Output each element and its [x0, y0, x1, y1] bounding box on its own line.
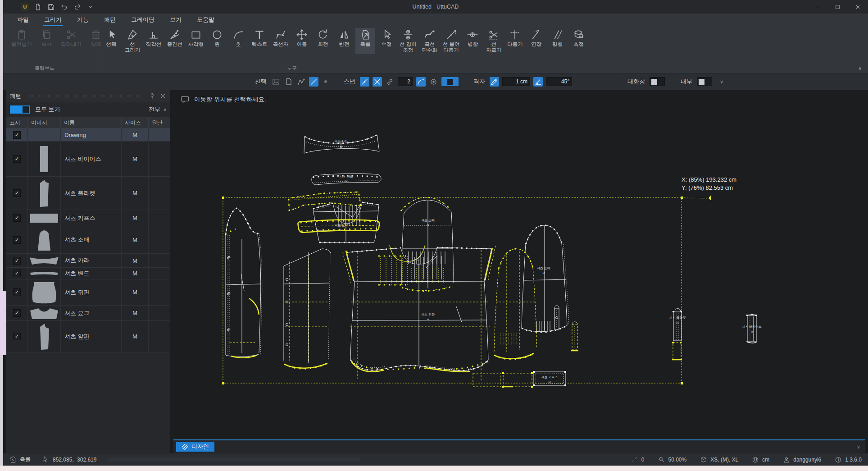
- snap-center-icon[interactable]: [429, 77, 438, 87]
- tool-cut-line[interactable]: 선 자르기: [484, 28, 504, 54]
- piece-band[interactable]: 셔츠 밴드 M: [312, 174, 381, 185]
- table-row-drawing[interactable]: Drawing M: [6, 128, 170, 142]
- tool-rectangle[interactable]: 사각형: [186, 28, 206, 54]
- tool-extend[interactable]: 연장: [526, 28, 546, 54]
- piece-collar[interactable]: 셔츠 카라 M: [304, 135, 379, 153]
- tool-attach-trim[interactable]: 선 붙여 다듬기: [441, 28, 462, 54]
- tool-mirror[interactable]: 반전: [334, 28, 354, 54]
- pin-icon[interactable]: [149, 92, 156, 100]
- table-row-sleeve[interactable]: 셔츠 소매 M: [6, 226, 170, 254]
- filter-dropdown[interactable]: 전부 ∨: [149, 105, 167, 114]
- col-visibility[interactable]: 표시: [6, 117, 28, 128]
- piece-front-selected[interactable]: [284, 249, 331, 369]
- tool-arc[interactable]: 호: [228, 28, 248, 54]
- menu-file[interactable]: 파일: [9, 14, 36, 26]
- copy-button[interactable]: 복사: [36, 28, 56, 48]
- status-zoom[interactable]: 50.00%: [658, 456, 687, 463]
- visibility-checkbox[interactable]: [13, 270, 21, 277]
- status-user[interactable]: danggunyi6: [783, 456, 821, 463]
- piece-yoke[interactable]: [313, 202, 379, 242]
- menu-help[interactable]: 도움말: [189, 14, 222, 26]
- panel-close-icon[interactable]: [159, 92, 167, 100]
- tool-select[interactable]: 선택: [101, 28, 121, 54]
- visibility-checkbox[interactable]: [13, 333, 21, 340]
- redo-icon[interactable]: [73, 3, 81, 11]
- drawing-canvas[interactable]: 이동할 위치를 선택하세요. X: (85%) 193.232 cm Y: (7…: [173, 90, 865, 439]
- tool-move[interactable]: 이동: [292, 28, 312, 54]
- piece-back-panel[interactable]: 셔츠 뒤판 M: [343, 245, 495, 381]
- table-row-band[interactable]: 셔츠 밴드 M: [6, 268, 170, 279]
- snap-line-icon[interactable]: [360, 77, 369, 87]
- line-select-icon[interactable]: [309, 77, 318, 87]
- snap-intersection-icon[interactable]: [373, 77, 382, 87]
- polyline-select-icon[interactable]: [296, 77, 306, 87]
- piece-sleeve-placket[interactable]: [571, 322, 578, 351]
- pattern-drawing[interactable]: 셔츠 카라 M 셔츠 밴드 M: [173, 90, 865, 439]
- tool-line-length[interactable]: 선 길이 조정: [398, 28, 418, 54]
- undo-icon[interactable]: [60, 3, 68, 11]
- grid-angle-icon[interactable]: [533, 77, 543, 87]
- status-sizes[interactable]: XS, (M), XL: [700, 456, 738, 463]
- tool-measure[interactable]: 측정: [568, 28, 588, 54]
- piece-front-panel[interactable]: [225, 208, 262, 358]
- menu-view[interactable]: 보기: [162, 14, 189, 26]
- maximize-button[interactable]: [827, 0, 848, 14]
- piece-select-icon[interactable]: [284, 77, 293, 87]
- tool-circle[interactable]: 원: [207, 28, 227, 54]
- table-row-bias[interactable]: 셔츠 바이어스 M: [6, 142, 170, 177]
- visibility-checkbox[interactable]: [13, 214, 21, 222]
- tool-draw-line[interactable]: 선 그리기: [123, 28, 142, 54]
- menu-function[interactable]: 기능: [69, 14, 96, 26]
- piece-yoke-selected[interactable]: [289, 192, 361, 211]
- status-unit[interactable]: cm: [752, 456, 769, 463]
- col-size[interactable]: 사이즈: [122, 117, 149, 128]
- dialog-checkbox[interactable]: [650, 77, 665, 86]
- table-row-placket[interactable]: 셔츠 플라켓 M: [6, 177, 170, 210]
- col-image[interactable]: 이미지: [28, 117, 61, 128]
- qat-dropdown-icon[interactable]: [86, 3, 94, 11]
- paste-button[interactable]: 붙여넣기: [9, 28, 34, 48]
- piece-bias[interactable]: 셔츠 바이어스 M: [742, 314, 762, 343]
- grid-size-input[interactable]: 1 cm: [502, 77, 530, 86]
- tab-design[interactable]: 디자인: [176, 442, 214, 452]
- grid-angle-input[interactable]: 45°: [546, 77, 572, 86]
- table-row-front[interactable]: 셔츠 앞판 M: [6, 321, 170, 352]
- visibility-checkbox[interactable]: [13, 189, 21, 197]
- tabstrip-chevron-icon[interactable]: ∨: [857, 444, 860, 450]
- tool-rotate[interactable]: 회전: [313, 28, 333, 54]
- visibility-checkbox[interactable]: [13, 131, 21, 139]
- table-row-collar[interactable]: 셔츠 카라 M: [6, 254, 170, 268]
- tool-scale[interactable]: 축률: [355, 28, 375, 54]
- tool-curve-ruler[interactable]: 곡선자: [271, 28, 291, 54]
- piece-cuff[interactable]: 셔츠 커프스 M: [533, 371, 566, 386]
- snap-curve-icon[interactable]: [416, 77, 426, 87]
- visibility-checkbox[interactable]: [13, 309, 21, 317]
- menu-grading[interactable]: 그레이딩: [123, 14, 162, 26]
- tool-parallel[interactable]: 평행: [547, 28, 567, 54]
- show-all-toggle[interactable]: [10, 105, 30, 114]
- close-button[interactable]: [848, 0, 868, 14]
- status-line-count[interactable]: 0: [631, 456, 645, 463]
- save-icon[interactable]: [47, 3, 55, 11]
- snap-count-input[interactable]: 2: [398, 77, 413, 86]
- table-row-cuff[interactable]: 셔츠 커프스 M: [6, 210, 170, 226]
- visibility-checkbox[interactable]: [13, 155, 21, 163]
- snap-link-icon[interactable]: [385, 77, 395, 87]
- panel-drag-texture[interactable]: [25, 94, 145, 98]
- tool-modify[interactable]: 수정: [377, 28, 396, 54]
- visibility-checkbox[interactable]: [13, 257, 21, 265]
- piece-sleeve-2[interactable]: 셔츠 소매 M: [401, 197, 453, 291]
- image-select-icon[interactable]: [271, 77, 281, 87]
- menu-pattern[interactable]: 패턴: [96, 14, 123, 26]
- grid-pencil-icon[interactable]: [490, 77, 499, 87]
- tool-merge[interactable]: 병합: [463, 28, 482, 54]
- piece-sleeve-selected[interactable]: [494, 249, 536, 359]
- piece-cuff-selected[interactable]: [473, 372, 533, 388]
- visibility-checkbox[interactable]: [13, 288, 21, 296]
- tool-perpendicular-line[interactable]: 직각선: [144, 28, 164, 54]
- piece-sleeve[interactable]: 셔츠 소매 M: [522, 225, 569, 332]
- ribbon-collapse-icon[interactable]: ∧: [858, 65, 862, 71]
- col-name[interactable]: 이름: [61, 117, 122, 128]
- piece-placket[interactable]: 셔츠 플라켓 M: [669, 309, 686, 360]
- menu-draw[interactable]: 그리기: [36, 14, 69, 26]
